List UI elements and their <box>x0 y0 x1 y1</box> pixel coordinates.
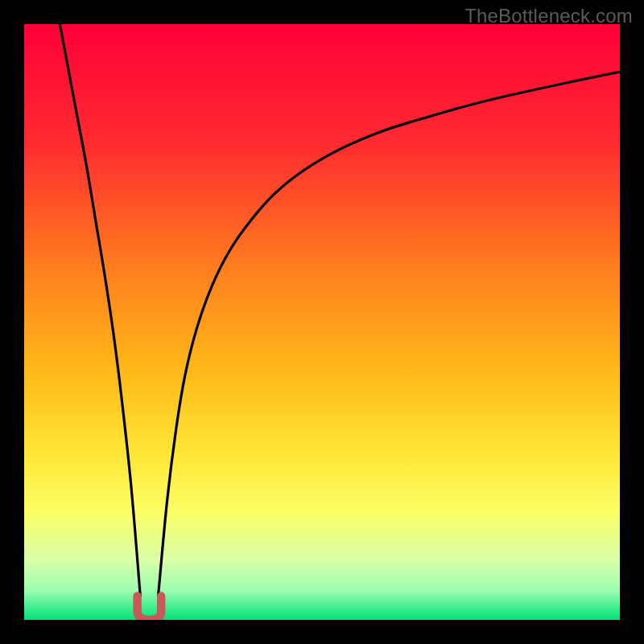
gradient-background <box>24 24 620 620</box>
watermark-text: TheBottleneck.com <box>464 5 633 27</box>
plot-area <box>24 24 620 620</box>
chart-frame: TheBottleneck.com <box>0 0 644 644</box>
bottleneck-curve-chart <box>24 24 620 620</box>
